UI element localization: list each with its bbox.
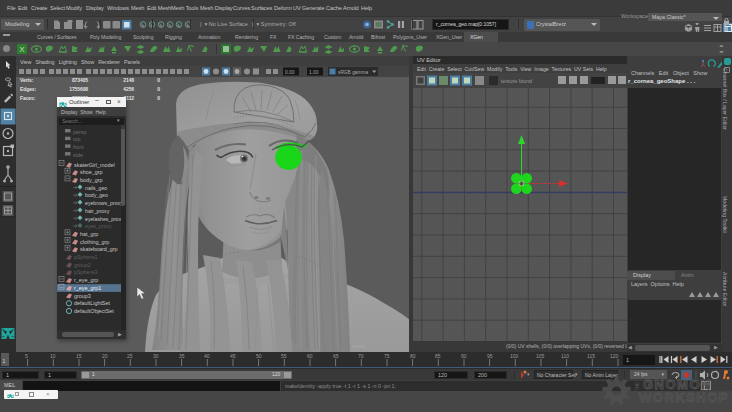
svg-text:eyelashes_proxy: eyelashes_proxy <box>85 216 124 222</box>
svg-text:25: 25 <box>127 353 133 359</box>
svg-text:defaultObjectSet: defaultObjectSet <box>74 308 114 314</box>
svg-text:body_grp: body_grp <box>80 177 102 183</box>
svg-text:85: 85 <box>435 353 441 359</box>
svg-text:group3: group3 <box>74 293 91 299</box>
svg-text:shoe_grp: shoe_grp <box>80 169 102 175</box>
svg-text:95: 95 <box>487 353 493 359</box>
svg-text:65: 65 <box>333 353 339 359</box>
svg-text:50: 50 <box>256 353 262 359</box>
svg-text:nails_geo: nails_geo <box>85 185 107 191</box>
svg-text:70: 70 <box>358 353 364 359</box>
svg-text:eyes_proxy: eyes_proxy <box>85 223 112 229</box>
svg-text:75: 75 <box>384 353 390 359</box>
svg-text:group2: group2 <box>74 262 91 268</box>
svg-text:120: 120 <box>610 353 619 359</box>
svg-text:texture found: texture found <box>501 78 532 84</box>
svg-text:eyebrows_proxy: eyebrows_proxy <box>85 200 123 206</box>
svg-text:0.00: 0.00 <box>285 70 295 75</box>
svg-text:55: 55 <box>281 353 287 359</box>
svg-text:15: 15 <box>76 353 82 359</box>
svg-text:hat_grp: hat_grp <box>80 231 98 237</box>
svg-text:top: top <box>73 136 81 142</box>
svg-text:WORKSHOP: WORKSHOP <box>639 390 729 405</box>
svg-text:110: 110 <box>561 353 569 359</box>
svg-text:X: X <box>19 45 25 54</box>
svg-text:1: 1 <box>3 358 6 364</box>
svg-text:5: 5 <box>25 353 28 359</box>
svg-text:20: 20 <box>102 353 108 359</box>
svg-text:body_geo: body_geo <box>85 192 108 198</box>
svg-text:35: 35 <box>179 353 185 359</box>
svg-text:1.00: 1.00 <box>309 70 319 75</box>
svg-text:45: 45 <box>230 353 236 359</box>
svg-text:side: side <box>73 152 83 158</box>
svg-text:10: 10 <box>50 353 56 359</box>
svg-text:pSphere1: pSphere1 <box>74 254 97 260</box>
svg-text:sRGB gamma: sRGB gamma <box>338 70 368 75</box>
svg-text:100: 100 <box>510 353 519 359</box>
svg-text:skaterGirl_model: skaterGirl_model <box>74 162 115 168</box>
svg-text:front: front <box>73 144 84 150</box>
svg-text:60: 60 <box>307 353 313 359</box>
svg-text:r_eye_grp1: r_eye_grp1 <box>74 285 101 291</box>
svg-text:clothing_grp: clothing_grp <box>80 239 109 245</box>
svg-text:r_eye_grp: r_eye_grp <box>74 277 98 283</box>
svg-text:80: 80 <box>410 353 416 359</box>
svg-text:30: 30 <box>153 353 159 359</box>
svg-text:115: 115 <box>587 353 595 359</box>
svg-text:defaultLightSet: defaultLightSet <box>74 300 110 306</box>
svg-text:hair_proxy: hair_proxy <box>85 208 110 214</box>
svg-text:persp: persp <box>73 129 87 135</box>
svg-text:90: 90 <box>461 353 467 359</box>
svg-text:40: 40 <box>204 353 210 359</box>
svg-text:skateboard_grp: skateboard_grp <box>80 246 117 252</box>
svg-text:pSphere3: pSphere3 <box>74 269 97 275</box>
svg-text:105: 105 <box>536 353 545 359</box>
svg-text:THE: THE <box>635 382 640 391</box>
